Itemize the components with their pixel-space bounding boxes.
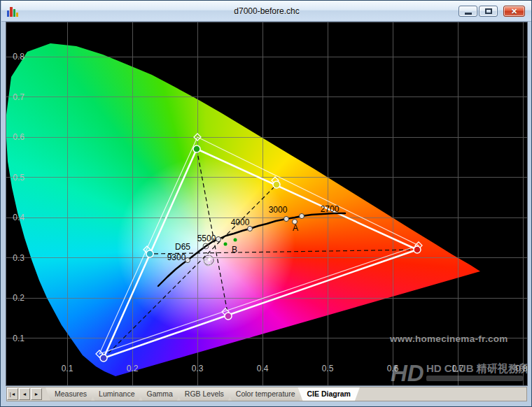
y-axis-ticks: 0.8 0.7 0.6 0.5 0.4 0.3 0.2 0.1	[13, 52, 24, 343]
x-tick: 0.2	[127, 364, 139, 373]
y-tick: 0.6	[13, 132, 24, 142]
magenta-secondary-point	[225, 313, 232, 320]
label-3000: 3000	[269, 205, 288, 215]
minimize-icon	[465, 13, 472, 15]
hdclub-watermark: HD HD CLUB 精研視務所	[391, 360, 527, 385]
tab-scroll-prev-button[interactable]: ◄	[19, 388, 30, 400]
x-tick: 0.4	[257, 364, 269, 373]
chart-overlay: 0.1 0.2 0.3 0.4 0.5 0.6 0.7 0.8 0.8 0.7 …	[6, 22, 527, 385]
homecinema-watermark: www.homecinema-fr.com	[389, 334, 508, 344]
label-2700: 2700	[321, 204, 340, 214]
red-primary-point	[414, 246, 421, 253]
label-9300: 9300	[167, 252, 186, 262]
y-tick: 0.8	[13, 52, 24, 62]
tab-measures[interactable]: Measures	[46, 387, 96, 401]
y-tick: 0.2	[13, 293, 24, 303]
point-5500	[216, 237, 221, 242]
y-tick: 0.4	[13, 213, 24, 222]
tab-rgb-levels[interactable]: RGB Levels	[176, 387, 233, 401]
yellow-secondary-point	[273, 181, 280, 188]
maximize-icon	[485, 8, 492, 14]
x-tick: 0.5	[322, 364, 334, 373]
hdclub-text: HD CLUB 精研視務所	[426, 362, 527, 374]
app-window: d7000-before.chc ✕	[0, 0, 532, 407]
point-3000	[284, 217, 289, 222]
point-B-dot	[224, 243, 227, 246]
window-controls: ✕	[457, 6, 525, 17]
grid-lines	[6, 22, 527, 385]
y-tick: 0.7	[13, 92, 24, 102]
label-D65: D65	[175, 242, 190, 252]
label-A: A	[293, 223, 298, 233]
tab-scroll-first-button[interactable]: |◄	[7, 388, 18, 400]
cyan-secondary-point	[146, 250, 153, 257]
green-primary-point	[193, 145, 200, 152]
title-bar[interactable]: d7000-before.chc ✕	[1, 1, 532, 22]
label-4000: 4000	[231, 217, 250, 227]
y-tick: 0.5	[13, 173, 24, 183]
window-title: d7000-before.chc	[1, 6, 532, 16]
reference-gamut-triangle	[99, 137, 419, 354]
y-tick: 0.3	[13, 253, 24, 263]
tab-bar: |◄ ◄ ► Measures Luminance Gamma RGB Leve…	[6, 387, 527, 401]
close-button[interactable]: ✕	[503, 6, 525, 17]
x-tick: 0.3	[192, 364, 204, 373]
point-2700	[300, 214, 304, 219]
tab-strip: Measures Luminance Gamma RGB Levels Colo…	[46, 387, 360, 401]
white-point-cluster	[202, 254, 215, 266]
tab-gamma[interactable]: Gamma	[137, 387, 181, 401]
tab-luminance[interactable]: Luminance	[90, 387, 144, 401]
label-B: B	[232, 245, 237, 255]
close-icon: ✕	[511, 6, 517, 16]
y-tick: 0.1	[13, 334, 24, 343]
maximize-button[interactable]	[479, 6, 498, 17]
blue-primary-point	[100, 355, 107, 362]
measure-green-dot	[234, 238, 237, 242]
hdclub-subtext-blur	[426, 376, 523, 381]
hd-logo: HD	[391, 360, 424, 385]
tab-scroll-next-button[interactable]: ►	[31, 388, 42, 400]
tab-cie-diagram[interactable]: CIE Diagram	[298, 387, 359, 401]
label-5500: 5500	[197, 234, 216, 243]
cie-diagram-canvas[interactable]: 0.1 0.2 0.3 0.4 0.5 0.6 0.7 0.8 0.8 0.7 …	[6, 22, 527, 385]
x-tick: 0.1	[62, 364, 74, 373]
point-9300	[186, 258, 190, 263]
minimize-button[interactable]	[458, 6, 477, 17]
tab-color-temperature[interactable]: Color temperature	[227, 387, 304, 401]
